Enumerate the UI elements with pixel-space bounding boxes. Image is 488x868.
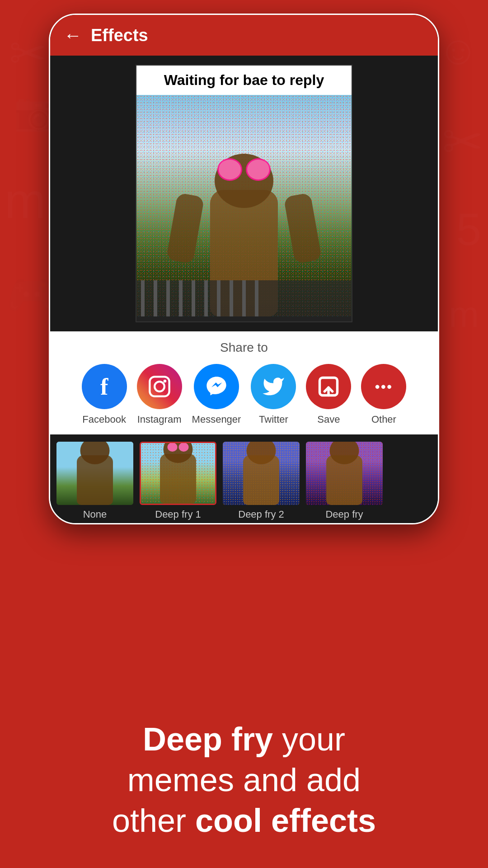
other-label: Other [371, 414, 396, 425]
effect-thumb-deep-fry-3 [306, 442, 383, 505]
effect-thumb-deep-fry-2 [223, 442, 300, 505]
app-header: ← Effects [50, 15, 438, 56]
effect-deep-fry-3[interactable]: Deep fry [306, 442, 383, 520]
effect-deep-fry-3-label: Deep fry [325, 509, 363, 520]
page-title: Effects [91, 26, 148, 45]
bottom-text-section: Deep fry your memes and add other cool e… [0, 719, 488, 841]
twitter-icon [251, 364, 296, 409]
messenger-icon [194, 364, 239, 409]
share-save[interactable]: Save [306, 364, 351, 425]
phone-mockup: ← Effects Waiting for bae to reply [49, 14, 439, 524]
svg-point-2 [163, 380, 166, 383]
bottom-line2: memes and add [36, 760, 452, 800]
bottom-text-content: Deep fry your memes and add other cool e… [36, 719, 452, 841]
bottom-line1-bold: Deep fry [143, 721, 273, 757]
bottom-line1-normal: your [273, 721, 345, 757]
save-icon [306, 364, 351, 409]
effect-thumb-deep-fry-1 [140, 442, 216, 505]
share-other[interactable]: ••• Other [361, 364, 406, 425]
meme-photo [136, 95, 352, 316]
effects-strip: None Deep fry 1 [50, 434, 438, 524]
effect-none-label: None [83, 509, 107, 520]
effect-deep-fry-2[interactable]: Deep fry 2 [223, 442, 300, 520]
messenger-label: Messenger [192, 414, 241, 425]
effect-none[interactable]: None [56, 442, 133, 520]
instagram-icon [137, 364, 182, 409]
facebook-label: Facebook [82, 414, 126, 425]
share-facebook[interactable]: f Facebook [82, 364, 127, 425]
share-twitter[interactable]: Twitter [251, 364, 296, 425]
image-area: Waiting for bae to reply [50, 56, 438, 331]
facebook-icon: f [82, 364, 127, 409]
effect-thumb-none [56, 442, 133, 505]
save-label: Save [317, 414, 340, 425]
bottom-line3-normal: other [112, 802, 195, 839]
effect-deep-fry-1[interactable]: Deep fry 1 [140, 442, 216, 520]
effect-deep-fry-2-label: Deep fry 2 [238, 509, 284, 520]
instagram-label: Instagram [137, 414, 182, 425]
svg-rect-0 [150, 377, 169, 396]
meme-image: Waiting for bae to reply [136, 65, 352, 322]
meme-caption: Waiting for bae to reply [136, 66, 352, 95]
svg-point-1 [155, 382, 164, 392]
share-messenger[interactable]: Messenger [192, 364, 241, 425]
share-section: Share to f Facebook Instagram [50, 331, 438, 434]
twitter-label: Twitter [259, 414, 288, 425]
bottom-line3-bold: cool effects [195, 802, 376, 839]
other-icon: ••• [361, 364, 406, 409]
share-instagram[interactable]: Instagram [137, 364, 182, 425]
share-label: Share to [64, 340, 424, 355]
effect-deep-fry-1-label: Deep fry 1 [155, 509, 201, 520]
back-button[interactable]: ← [64, 25, 82, 46]
share-buttons: f Facebook Instagram [64, 364, 424, 425]
